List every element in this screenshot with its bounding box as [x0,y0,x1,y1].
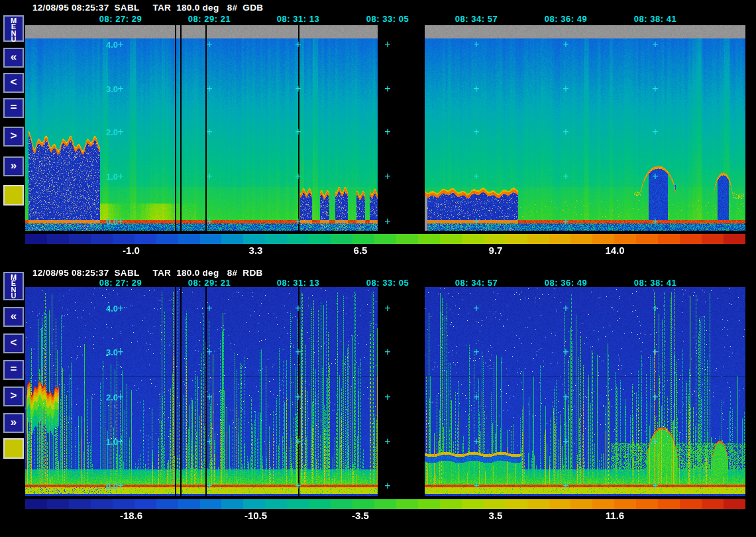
colorbar-tick-label: 11.6 [606,510,624,521]
colorbar-tick-label: -3.5 [352,510,369,521]
panel-rdb: 12/08/95 08:25:37 SABL TAR 180.0 deg 8# … [0,0,756,537]
colorbar-tick-label: 3.5 [489,510,503,521]
sabl-lidar-display: 12/08/95 08:25:37 SABL TAR 180.0 deg 8# … [0,0,756,537]
colorbar-tick-label: -10.5 [244,510,267,521]
colorbar-labels: -18.6-10.5-3.53.511.6 [0,0,756,537]
colorbar-tick-label: -18.6 [120,510,142,521]
